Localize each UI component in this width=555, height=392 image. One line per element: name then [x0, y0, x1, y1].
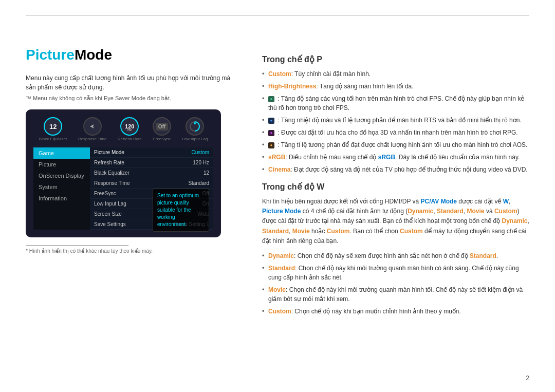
right-panel: Trong chế độ P Custom: Tùy chỉnh cài đặt…: [262, 47, 529, 322]
freesync-circle: Off: [153, 117, 171, 136]
tooltip-box: Set to an optimum picture quality suitab…: [153, 189, 209, 232]
response-time-arrow-icon: [88, 122, 97, 130]
menu-right-picture-mode[interactable]: Picture Mode Custom: [90, 147, 213, 158]
footnote-line: [26, 245, 128, 246]
bullet-cinema: Cinema: Đạt được độ sáng và độ nét của T…: [262, 165, 529, 174]
response-time-circle: [83, 117, 102, 136]
menu-item-information[interactable]: Information: [33, 193, 90, 204]
menu-right-refresh-rate[interactable]: Refresh Rate 120 Hz: [90, 158, 213, 168]
bullet-dynamic: Dynamic: Chọn chế độ này sẽ xem được hìn…: [262, 251, 529, 260]
menu-item-picture[interactable]: Picture: [33, 159, 90, 170]
low-input-lag-circle: [186, 117, 204, 136]
monitor-icons-row: 12 Black Equalizer Response Time: [33, 117, 213, 141]
section2-title: Trong chế độ W: [262, 182, 529, 192]
black-eq-circle: 12: [44, 117, 62, 136]
bullet-rpg: ● : Được cài đặt tối ưu hóa cho đồ họa 3…: [262, 128, 529, 137]
section2-bullet-list: Dynamic: Chọn chế độ này sẽ xem được hìn…: [262, 251, 529, 316]
footnote: * Hình ảnh hiển thị có thể khác nhau tùy…: [26, 248, 242, 254]
low-input-lag-dial-icon: [189, 121, 200, 132]
low-input-lag-icon-item: Low Input Lag: [182, 117, 208, 141]
page-title: PictureMode: [26, 47, 242, 63]
left-panel: PictureMode Menu này cung cấp chất lượng…: [26, 47, 242, 322]
monitor-menu-area: Game Picture OnScreen Display System Inf…: [33, 147, 213, 230]
menu-right-black-eq[interactable]: Black Equalizer 12: [90, 168, 213, 178]
bullet-rts: ● : Tăng nhiệt độ màu và tỉ lệ tương phả…: [262, 116, 529, 125]
title-black: Mode: [75, 47, 112, 63]
menu-left: Game Picture OnScreen Display System Inf…: [33, 147, 90, 230]
monitor-display: 12 Black Equalizer Response Time: [26, 109, 221, 237]
section1-bullet-list: Custom: Tùy chỉnh cài đặt màn hình. High…: [262, 69, 529, 174]
title-teal: Picture: [26, 47, 75, 63]
page-container: PictureMode Menu này cung cấp chất lượng…: [0, 0, 555, 392]
menu-item-system[interactable]: System: [33, 181, 90, 193]
content-area: PictureMode Menu này cung cấp chất lượng…: [26, 47, 529, 322]
bullet-aos: ● : Tăng tỉ lệ tương phản để đạt được ch…: [262, 140, 529, 150]
bullet-srgb: sRGB: Điều chỉnh hệ màu sang chế độ sRGB…: [262, 153, 529, 162]
response-time-icon-item: Response Time: [78, 117, 107, 141]
bullet-custom: Custom: Tùy chỉnh cài đặt màn hình.: [262, 69, 529, 79]
refresh-rate-circle: 120 Hz: [120, 117, 139, 136]
bullet-fps: ● : Tăng độ sáng các vùng tối hơn trên m…: [262, 94, 529, 113]
bullet-movie: Movie: Chọn chế độ này khi môi trường qu…: [262, 285, 529, 304]
section1-title: Trong chế độ P: [262, 54, 529, 64]
refresh-rate-icon-item: 120 Hz Refresh Rate: [118, 117, 142, 141]
description-text: Menu này cung cấp chất lượng hình ảnh tố…: [26, 73, 242, 92]
bullet-standard: Standard: Chọn chế độ này khi môi trường…: [262, 264, 529, 282]
bullet-high-brightness: High-Brightness: Tăng độ sáng màn hình l…: [262, 82, 529, 91]
menu-item-game[interactable]: Game: [33, 147, 90, 159]
svg-point-2: [194, 122, 196, 124]
top-divider: [26, 15, 529, 16]
menu-item-onscreen[interactable]: OnScreen Display: [33, 170, 90, 181]
page-number: 2: [526, 375, 529, 382]
bullet-custom2: Custom: Chọn chế độ này khi bạn muốn chỉ…: [262, 307, 529, 316]
sub-note: Menu này không có sẵn khi Eye Saver Mode…: [26, 95, 242, 102]
menu-right-response-time[interactable]: Response Time Standard: [90, 178, 213, 189]
section2-intro: Khi tín hiệu bên ngoài được kết nối với …: [262, 197, 529, 246]
black-equalizer-icon-item: 12 Black Equalizer: [39, 117, 67, 141]
freesync-icon-item: Off FreeSync: [153, 117, 171, 141]
